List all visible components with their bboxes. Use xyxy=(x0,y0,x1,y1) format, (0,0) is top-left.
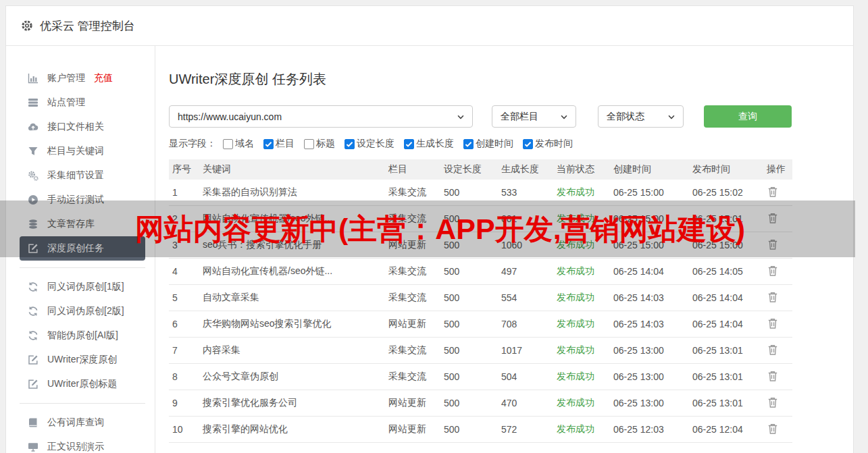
gears-icon xyxy=(28,170,39,181)
chart-icon xyxy=(28,73,39,84)
cell-set-len: 500 xyxy=(440,285,498,311)
sidebar-item[interactable]: 站点管理 xyxy=(20,90,145,115)
column-select[interactable]: 全部栏目 xyxy=(492,105,576,128)
delete-button[interactable] xyxy=(767,423,779,435)
cell-gen-len: 1017 xyxy=(498,338,553,364)
table-row: 6庆华购物网站seo搜索引擎优化网站更新500708发布成功06-25 14:0… xyxy=(169,311,792,338)
field-option[interactable]: 域名 xyxy=(223,138,254,150)
field-option[interactable]: 生成长度 xyxy=(404,138,454,150)
edit-icon xyxy=(28,379,39,390)
query-button[interactable]: 查询 xyxy=(704,105,792,128)
sidebar-item[interactable]: 栏目与关键词 xyxy=(20,139,145,163)
sidebar-item-label: 同义词伪原创[1版] xyxy=(47,281,124,293)
chevron-down-icon xyxy=(559,112,569,122)
site-select[interactable]: https://www.ucaiyun.com xyxy=(169,105,473,128)
field-option[interactable]: 创建时间 xyxy=(463,138,513,150)
cell-no: 5 xyxy=(169,285,199,311)
trash-icon xyxy=(767,186,779,198)
checkbox-unchecked-icon[interactable] xyxy=(304,139,314,149)
sidebar-item[interactable]: UWriter原创标题 xyxy=(20,372,145,396)
delete-button[interactable] xyxy=(767,370,779,382)
cell-published: 06-25 14:05 xyxy=(689,259,763,285)
cell-created: 06-25 14:03 xyxy=(610,285,689,311)
cell-column: 采集交流 xyxy=(385,259,440,285)
sidebar-item[interactable]: 账户管理充值 xyxy=(20,66,145,90)
delete-button[interactable] xyxy=(767,186,779,198)
cell-status: 发布成功 xyxy=(553,390,610,417)
cell-set-len: 500 xyxy=(440,390,498,417)
checkbox-checked-icon[interactable] xyxy=(263,139,274,149)
column-header: 操作 xyxy=(763,159,792,180)
sidebar-item[interactable]: 公有词库查询 xyxy=(20,410,145,435)
sidebar-item-label: UWriter原创标题 xyxy=(47,378,117,390)
cell-set-len: 500 xyxy=(440,311,498,338)
trash-icon xyxy=(767,423,779,435)
status-select-value: 全部状态 xyxy=(607,111,661,123)
field-option[interactable]: 设定长度 xyxy=(344,138,394,150)
sidebar-item[interactable]: 同义词伪原创[2版] xyxy=(20,299,145,323)
sidebar-item[interactable]: 接口文件相关 xyxy=(20,115,145,139)
recharge-badge[interactable]: 充值 xyxy=(94,72,113,84)
fields-options: 域名栏目标题设定长度生成长度创建时间发布时间 xyxy=(223,138,582,150)
cell-keyword: 搜索引擎优化服务公司 xyxy=(199,390,385,417)
cell-published: 06-25 14:04 xyxy=(689,311,763,338)
column-select-value: 全部栏目 xyxy=(501,111,554,123)
monitor-icon xyxy=(28,442,39,452)
sidebar-item[interactable]: 正文识别演示 xyxy=(20,435,145,453)
cell-action xyxy=(763,311,792,338)
cell-status: 发布成功 xyxy=(553,417,610,443)
cell-no: 10 xyxy=(169,417,199,443)
table-row: 10搜索引擎的网站优化网站更新500572发布成功06-25 12:0306-2… xyxy=(169,417,792,443)
sidebar-item[interactable]: UWriter深度原创 xyxy=(20,348,145,372)
delete-button[interactable] xyxy=(767,291,779,303)
cell-gen-len: 708 xyxy=(498,311,553,338)
filter-icon xyxy=(28,146,39,157)
chevron-down-icon xyxy=(456,112,465,122)
sidebar-item[interactable]: 同义词伪原创[1版] xyxy=(20,275,145,299)
trash-icon xyxy=(767,370,779,382)
delete-button[interactable] xyxy=(767,344,779,356)
field-option-label: 设定长度 xyxy=(357,138,394,150)
refresh-icon xyxy=(28,330,39,341)
cell-no: 4 xyxy=(169,259,199,285)
cell-published: 06-25 13:01 xyxy=(689,390,763,417)
cell-status: 发布成功 xyxy=(553,311,610,338)
cell-created: 06-25 14:03 xyxy=(610,311,689,338)
checkbox-unchecked-icon[interactable] xyxy=(223,139,233,149)
delete-button[interactable] xyxy=(767,265,779,277)
checkbox-checked-icon[interactable] xyxy=(463,139,474,149)
cell-published: 06-25 13:01 xyxy=(689,338,763,364)
sidebar-item-label: 账户管理 xyxy=(47,72,85,84)
cell-action xyxy=(763,338,792,364)
display-fields-row: 显示字段： 域名栏目标题设定长度生成长度创建时间发布时间 xyxy=(169,138,853,150)
field-option[interactable]: 栏目 xyxy=(263,138,295,150)
field-option[interactable]: 发布时间 xyxy=(523,138,573,150)
sidebar-item-label: 栏目与关键词 xyxy=(47,145,104,157)
sidebar-item-label: 公有词库查询 xyxy=(47,417,104,429)
cell-gen-len: 497 xyxy=(498,259,553,285)
cell-set-len: 500 xyxy=(440,417,498,443)
cell-created: 06-25 13:00 xyxy=(610,338,689,364)
cell-no: 7 xyxy=(169,338,199,364)
sidebar-divider xyxy=(20,403,145,404)
trash-icon xyxy=(767,265,779,277)
checkbox-checked-icon[interactable] xyxy=(404,139,414,149)
cell-keyword: 内容采集 xyxy=(199,338,385,364)
sidebar-item[interactable]: 采集细节设置 xyxy=(20,163,145,188)
column-header: 创建时间 xyxy=(610,159,689,180)
status-select[interactable]: 全部状态 xyxy=(598,105,684,128)
field-option[interactable]: 标题 xyxy=(304,138,335,150)
checkbox-checked-icon[interactable] xyxy=(523,139,533,149)
checkbox-checked-icon[interactable] xyxy=(344,139,355,149)
cell-column: 采集交流 xyxy=(385,285,440,311)
column-header: 设定长度 xyxy=(440,159,498,180)
trash-icon xyxy=(767,317,779,329)
sidebar-item-label: 站点管理 xyxy=(47,97,85,109)
delete-button[interactable] xyxy=(767,396,779,408)
sidebar-item[interactable]: 智能伪原创[AI版] xyxy=(20,323,145,348)
delete-button[interactable] xyxy=(767,317,779,329)
sidebar-item-label: 正文识别演示 xyxy=(47,441,104,453)
cell-created: 06-25 12:03 xyxy=(610,417,689,443)
cell-column: 采集交流 xyxy=(385,364,440,390)
cell-set-len: 500 xyxy=(440,338,498,364)
